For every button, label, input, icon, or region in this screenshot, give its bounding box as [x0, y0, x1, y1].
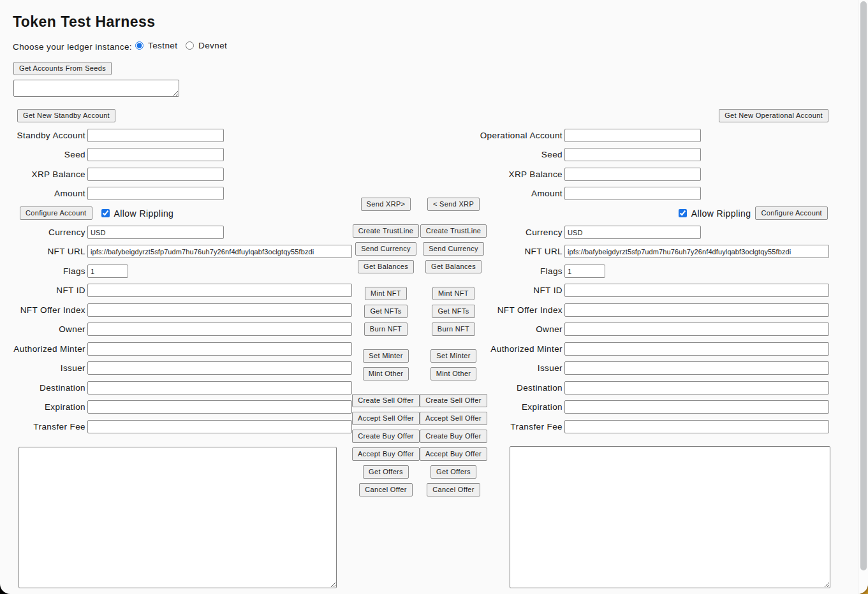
standby-currency-label: Currency — [0, 228, 85, 237]
operational-transfer-fee-input[interactable] — [564, 420, 829, 433]
operational-nft-url-input[interactable] — [564, 245, 829, 258]
scrollbar-thumb[interactable] — [860, 1, 867, 570]
page-title: Token Test Harness — [13, 13, 155, 31]
operational-get-nfts-button[interactable]: Get NFTs — [432, 305, 474, 318]
ledger-instance-row: Choose your ledger instance: Testnet Dev… — [13, 41, 332, 54]
get-accounts-from-seeds-button[interactable]: Get Accounts From Seeds — [13, 62, 112, 75]
operational-allow-rippling-option[interactable]: Allow Rippling — [679, 208, 751, 219]
standby-cancel-offer-button[interactable]: Cancel Offer — [359, 483, 413, 496]
standby-mint-nft-button[interactable]: Mint NFT — [365, 287, 407, 300]
operational-cancel-offer-button[interactable]: Cancel Offer — [427, 483, 480, 496]
operational-set-minter-button[interactable]: Set Minter — [430, 349, 476, 363]
standby-create-sell-offer-button[interactable]: Create Sell Offer — [352, 394, 419, 407]
standby-seed-input[interactable] — [87, 148, 224, 161]
radio-option-testnet[interactable]: Testnet — [135, 41, 177, 50]
operational-owner-input[interactable] — [564, 322, 829, 336]
configure-standby-account-button[interactable]: Configure Account — [20, 206, 92, 220]
standby-destination-input[interactable] — [87, 381, 352, 395]
standby-mint-other-button[interactable]: Mint Other — [363, 367, 409, 380]
testnet-radio-label: Testnet — [148, 41, 177, 50]
operational-results-textarea[interactable] — [510, 446, 830, 588]
operational-authorized-minter-label: Authorized Minter — [472, 344, 563, 354]
standby-authorized-minter-input[interactable] — [87, 342, 352, 356]
operational-amount-label: Amount — [472, 189, 563, 198]
get-new-operational-account-button[interactable]: Get New Operational Account — [719, 109, 828, 122]
operational-account-label: Operational Account — [472, 131, 563, 140]
standby-flags-input[interactable] — [87, 264, 128, 278]
operational-seed-input[interactable] — [564, 148, 701, 161]
operational-nft-offer-index-label: NFT Offer Index — [472, 305, 563, 315]
operational-currency-input[interactable] — [564, 226, 701, 239]
standby-xrp-balance-input[interactable] — [87, 168, 224, 181]
operational-mint-nft-button[interactable]: Mint NFT — [432, 287, 474, 300]
standby-get-balances-button[interactable]: Get Balances — [358, 260, 414, 273]
standby-send-currency-button[interactable]: Send Currency — [355, 242, 416, 256]
standby-allow-rippling-label: Allow Rippling — [114, 208, 174, 219]
standby-transfer-fee-input[interactable] — [87, 420, 352, 433]
standby-create-trustline-button[interactable]: Create TrustLine — [353, 224, 420, 238]
operational-account-input[interactable] — [564, 129, 701, 142]
standby-expiration-label: Expiration — [0, 402, 85, 412]
standby-accept-sell-offer-button[interactable]: Accept Sell Offer — [352, 412, 420, 425]
standby-allow-rippling-checkbox[interactable] — [101, 209, 110, 217]
operational-xrp-balance-label: XRP Balance — [472, 170, 563, 179]
operational-nft-offer-index-input[interactable] — [564, 303, 829, 317]
standby-create-buy-offer-button[interactable]: Create Buy Offer — [352, 430, 420, 443]
seeds-textarea[interactable] — [13, 80, 179, 97]
configure-operational-account-button[interactable]: Configure Account — [755, 206, 828, 220]
ledger-instance-prompt: Choose your ledger instance: — [13, 42, 132, 52]
standby-issuer-input[interactable] — [87, 361, 352, 375]
operational-expiration-label: Expiration — [472, 402, 563, 412]
standby-flags-label: Flags — [0, 266, 85, 276]
scrollbar[interactable] — [858, 0, 868, 594]
operational-destination-input[interactable] — [564, 381, 829, 395]
standby-xrp-balance-label: XRP Balance — [0, 170, 85, 179]
operational-seed-label: Seed — [472, 150, 563, 159]
standby-nft-offer-index-input[interactable] — [87, 303, 352, 317]
standby-currency-input[interactable] — [87, 226, 224, 239]
standby-owner-label: Owner — [0, 324, 85, 334]
standby-nft-id-input[interactable] — [87, 284, 352, 297]
operational-allow-rippling-label: Allow Rippling — [691, 208, 751, 219]
get-new-standby-account-button[interactable]: Get New Standby Account — [17, 109, 115, 122]
operational-mint-other-button[interactable]: Mint Other — [430, 367, 477, 380]
operational-transfer-fee-label: Transfer Fee — [472, 422, 563, 431]
operational-get-offers-button[interactable]: Get Offers — [430, 465, 476, 479]
standby-results-textarea[interactable] — [18, 447, 337, 588]
operational-amount-input[interactable] — [564, 187, 701, 200]
operational-issuer-input[interactable] — [564, 361, 829, 375]
standby-set-minter-button[interactable]: Set Minter — [363, 349, 408, 363]
operational-destination-label: Destination — [472, 383, 563, 393]
standby-nft-url-input[interactable] — [87, 245, 352, 258]
operational-flags-input[interactable] — [564, 264, 605, 278]
operational-issuer-label: Issuer — [472, 363, 563, 373]
operational-accept-buy-offer-button[interactable]: Accept Buy Offer — [420, 447, 487, 461]
standby-burn-nft-button[interactable]: Burn NFT — [364, 322, 408, 336]
operational-expiration-input[interactable] — [564, 400, 829, 414]
standby-expiration-input[interactable] — [87, 400, 352, 414]
standby-amount-label: Amount — [0, 189, 85, 198]
operational-currency-label: Currency — [472, 228, 563, 237]
standby-nft-url-label: NFT URL — [0, 247, 85, 256]
radio-option-devnet[interactable]: Devnet — [186, 41, 227, 50]
standby-get-offers-button[interactable]: Get Offers — [363, 465, 409, 479]
standby-allow-rippling-option[interactable]: Allow Rippling — [101, 208, 174, 219]
standby-issuer-label: Issuer — [0, 363, 85, 373]
operational-authorized-minter-input[interactable] — [564, 342, 829, 356]
standby-authorized-minter-label: Authorized Minter — [0, 344, 85, 354]
standby-account-input[interactable] — [87, 129, 224, 142]
operational-owner-label: Owner — [472, 324, 563, 334]
testnet-radio[interactable] — [135, 41, 143, 50]
standby-amount-input[interactable] — [87, 187, 224, 200]
operational-xrp-balance-input[interactable] — [564, 168, 701, 181]
devnet-radio-label: Devnet — [198, 41, 227, 50]
operational-allow-rippling-checkbox[interactable] — [679, 209, 687, 217]
operational-nft-id-input[interactable] — [564, 284, 829, 297]
send-xrp-to-operational-button[interactable]: Send XRP> — [361, 198, 411, 211]
standby-owner-input[interactable] — [87, 322, 352, 336]
standby-get-nfts-button[interactable]: Get NFTs — [364, 305, 407, 318]
standby-nft-offer-index-label: NFT Offer Index — [0, 305, 85, 315]
standby-accept-buy-offer-button[interactable]: Accept Buy Offer — [352, 447, 420, 461]
operational-burn-nft-button[interactable]: Burn NFT — [432, 322, 475, 336]
devnet-radio[interactable] — [186, 41, 194, 50]
